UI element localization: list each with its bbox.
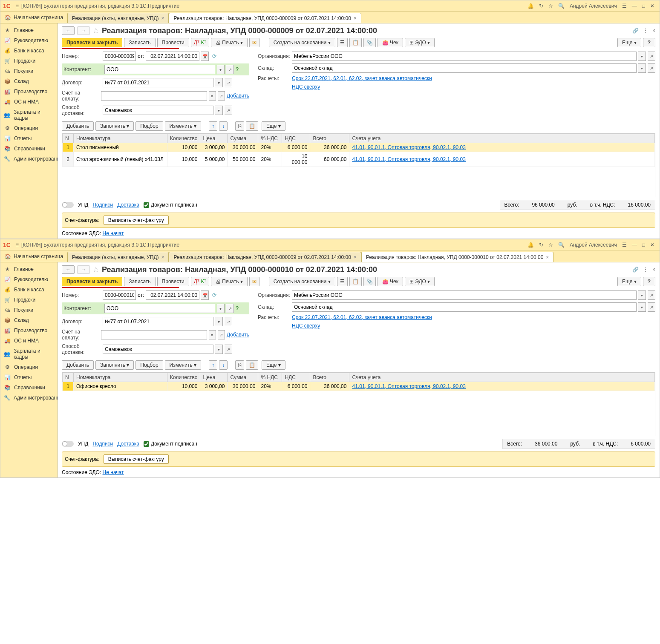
number-field[interactable] bbox=[103, 52, 136, 61]
list-view-button[interactable]: ☰ bbox=[337, 38, 348, 47]
help-button[interactable]: ? bbox=[643, 38, 655, 47]
link-icon[interactable]: 🔗 bbox=[632, 267, 639, 273]
refresh-icon[interactable]: ⟳ bbox=[212, 292, 216, 298]
search-icon[interactable]: 🔍 bbox=[558, 3, 565, 9]
signed-checkbox[interactable]: Документ подписан bbox=[144, 202, 197, 208]
org-field[interactable] bbox=[292, 290, 637, 300]
delivery-link[interactable]: Доставка bbox=[117, 202, 139, 208]
back-button[interactable]: ← bbox=[62, 265, 75, 274]
table-row[interactable]: 2Стол эргономичный (левый) х41.03Л10,000… bbox=[63, 152, 655, 167]
star-icon[interactable]: ☆ bbox=[548, 242, 553, 248]
print-button[interactable]: 🖨 Печать ▾ bbox=[211, 38, 248, 47]
forward-button[interactable]: → bbox=[77, 265, 90, 274]
sidebar-item[interactable]: 🔧Администрирование bbox=[0, 393, 57, 403]
fill-button[interactable]: Заполнить ▾ bbox=[95, 121, 134, 131]
close-panel-icon[interactable]: × bbox=[652, 267, 655, 273]
pick-button[interactable]: Подбор bbox=[135, 121, 163, 131]
move-up-button[interactable]: ↑ bbox=[209, 121, 217, 131]
create-based-button[interactable]: Создать на основании ▾ bbox=[269, 38, 335, 47]
counterparty-field[interactable] bbox=[104, 65, 215, 74]
paste-button[interactable]: 📋 bbox=[246, 360, 258, 370]
more-button[interactable]: Еще ▾ bbox=[617, 277, 641, 286]
counterparty-field[interactable] bbox=[104, 304, 215, 313]
home-tab[interactable]: 🏠Начальная страница bbox=[0, 12, 67, 23]
dropdown-icon[interactable]: ▾ bbox=[215, 78, 223, 87]
star-icon[interactable]: ☆ bbox=[548, 3, 553, 9]
sidebar-item[interactable]: 📚Справочники bbox=[0, 382, 57, 393]
refresh-icon[interactable]: ⟳ bbox=[212, 53, 216, 59]
dropdown-icon[interactable]: ▾ bbox=[638, 302, 646, 312]
tab-list[interactable]: Реализация (акты, накладные, УПД)× bbox=[67, 252, 169, 262]
paste-button[interactable]: 📋 bbox=[246, 121, 258, 131]
attach-button[interactable]: 📎 bbox=[363, 38, 376, 47]
sidebar-item[interactable]: 📊Отчеты bbox=[0, 372, 57, 382]
close-panel-icon[interactable]: × bbox=[652, 28, 655, 34]
sidebar-item[interactable]: 🏭Производство bbox=[0, 86, 57, 97]
open-icon[interactable]: ↗ bbox=[218, 91, 225, 101]
delivery-field[interactable] bbox=[103, 345, 213, 354]
sidebar-item[interactable]: 🏭Производство bbox=[0, 325, 57, 336]
minimize-icon[interactable]: — bbox=[632, 3, 637, 9]
table-row[interactable]: 1Офисное кресло10,000 3 000,0030 000,002… bbox=[63, 382, 655, 391]
tab-doc-active[interactable]: Реализация товаров: Накладная, УПД 0000-… bbox=[169, 13, 361, 23]
sidebar-item[interactable]: ⚙Операции bbox=[0, 123, 57, 133]
open-icon[interactable]: ↗ bbox=[648, 52, 655, 61]
dtct-button[interactable]: ДᵀКᵀ bbox=[191, 277, 209, 286]
signatures-link[interactable]: Подписи bbox=[92, 202, 113, 208]
accounts-link[interactable]: 41.01, 90.01.1, Оптовая торговля, 90.02.… bbox=[352, 156, 466, 162]
dropdown-icon[interactable]: ▾ bbox=[217, 304, 225, 313]
warehouse-field[interactable] bbox=[292, 63, 637, 73]
sidebar-item[interactable]: 🔧Администрирование bbox=[0, 154, 57, 164]
post-and-close-button[interactable]: Провести и закрыть bbox=[62, 38, 122, 47]
edo-button[interactable]: ⊞ ЭДО ▾ bbox=[405, 38, 435, 47]
tab-close-icon[interactable]: × bbox=[546, 254, 549, 260]
dropdown-icon[interactable]: ▾ bbox=[209, 330, 216, 339]
fill-button[interactable]: Заполнить ▾ bbox=[95, 360, 134, 370]
move-down-button[interactable]: ↓ bbox=[219, 360, 228, 370]
copy-button[interactable]: ⎘ bbox=[235, 121, 244, 131]
edo-status-link[interactable]: Не начат bbox=[103, 469, 124, 475]
edo-button[interactable]: ⊞ ЭДО ▾ bbox=[405, 277, 435, 286]
attach-button[interactable]: 📎 bbox=[363, 277, 376, 286]
post-button[interactable]: Провести bbox=[157, 38, 189, 47]
vat-top-link[interactable]: НДС сверху bbox=[292, 323, 320, 329]
open-icon[interactable]: ↗ bbox=[648, 302, 655, 312]
sidebar-item[interactable]: ★Главное bbox=[0, 25, 57, 35]
dropdown-icon[interactable]: ▾ bbox=[217, 65, 225, 74]
check-button[interactable]: 👛 Чек bbox=[378, 38, 403, 47]
close-icon[interactable]: ✕ bbox=[650, 3, 654, 9]
tab-doc-9[interactable]: Реализация товаров: Накладная, УПД 0000-… bbox=[169, 252, 361, 262]
burger-icon[interactable]: ≡ bbox=[16, 242, 19, 248]
favorite-icon[interactable]: ☆ bbox=[92, 26, 99, 35]
tab-list[interactable]: Реализация (акты, накладные, УПД)× bbox=[67, 13, 169, 23]
save-button[interactable]: Записать bbox=[124, 38, 155, 47]
table-more-button[interactable]: Еще ▾ bbox=[262, 360, 285, 370]
maximize-icon[interactable]: □ bbox=[642, 3, 645, 9]
search-icon[interactable]: 🔍 bbox=[558, 242, 565, 248]
open-icon[interactable]: ↗ bbox=[225, 78, 232, 87]
open-icon[interactable]: ↗ bbox=[225, 345, 232, 354]
add-link[interactable]: Добавить bbox=[227, 332, 249, 338]
favorite-icon[interactable]: ☆ bbox=[92, 265, 99, 274]
dropdown-icon[interactable]: ▾ bbox=[638, 290, 646, 300]
org-field[interactable] bbox=[292, 52, 637, 61]
sidebar-item[interactable]: 📦Склад bbox=[0, 76, 57, 86]
vat-top-link[interactable]: НДС сверху bbox=[292, 84, 320, 90]
link-icon[interactable]: 🔗 bbox=[632, 28, 639, 34]
delivery-field[interactable] bbox=[103, 106, 213, 115]
number-field[interactable] bbox=[103, 290, 136, 300]
open-icon[interactable]: ↗ bbox=[225, 317, 232, 326]
sidebar-item[interactable]: 💰Банк и касса bbox=[0, 46, 57, 56]
signatures-link[interactable]: Подписи bbox=[92, 441, 113, 447]
maximize-icon[interactable]: □ bbox=[642, 242, 645, 248]
bell-icon[interactable]: 🔔 bbox=[527, 3, 534, 9]
tab-close-icon[interactable]: × bbox=[161, 254, 164, 260]
help-counterparty-icon[interactable]: ? bbox=[236, 66, 239, 72]
dropdown-icon[interactable]: ▾ bbox=[215, 345, 223, 354]
print-button[interactable]: 🖨 Печать ▾ bbox=[211, 277, 248, 286]
save-button[interactable]: Записать bbox=[124, 277, 155, 286]
add-row-button[interactable]: Добавить bbox=[62, 360, 94, 370]
help-counterparty-icon[interactable]: ? bbox=[236, 305, 239, 311]
help-button[interactable]: ? bbox=[643, 277, 655, 286]
sidebar-item[interactable]: 🛍Покупки bbox=[0, 305, 57, 315]
